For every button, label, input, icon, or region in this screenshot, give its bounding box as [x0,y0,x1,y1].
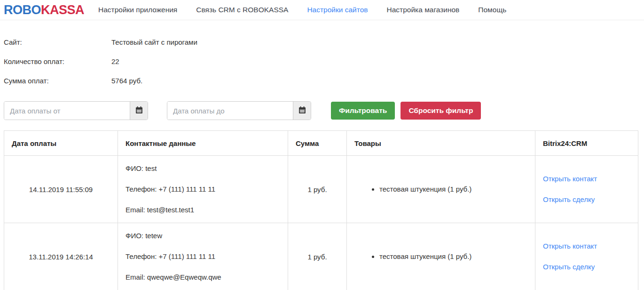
contact-fio: ФИО: test [126,164,280,173]
payments-table: Дата оплаты Контактные данные Сумма Това… [4,130,638,290]
contact-data: ФИО: test Телефон: +7 (111) 111 11 11 Em… [118,156,288,223]
payment-date: 13.11.2019 14:26:14 [4,223,118,290]
summary-row-payments-count: Количество оплат: 22 [4,52,640,71]
header-sum: Сумма [288,131,347,156]
logo-text-kassa: KASSA [41,3,84,17]
payment-date: 14.11.2019 11:55:09 [4,156,118,223]
nav-item-site-settings[interactable]: Настройки сайтов [307,6,368,14]
open-deal-link[interactable]: Открыть сделку [543,195,595,203]
crm-links-cell: Открыть контакт Открыть сделку [535,156,638,223]
summary-row-site: Сайт: Тестовый сайт с пирогами [4,32,640,52]
reset-filter-button[interactable]: Сбросить фильтр [401,102,481,120]
products-cell: тестовая штукенция (1 руб.) [347,156,535,223]
site-label: Сайт: [4,38,111,46]
nav-item-crm-robokassa-link[interactable]: Связь CRM с ROBOKASSA [196,6,288,14]
contact-fio: ФИО: tetew [126,231,280,241]
site-value: Тестовый сайт с пирогами [111,38,197,46]
open-deal-link[interactable]: Открыть сделку [543,263,595,271]
header-bitrix-crm: Bitrix24:CRM [535,131,638,156]
product-item: тестовая штукенция (1 руб.) [379,185,527,194]
main-content: Сайт: Тестовый сайт с пирогами Количеств… [0,20,644,290]
nav-item-app-settings[interactable]: Настройки приложения [98,6,177,14]
table-header-row: Дата оплаты Контактные данные Сумма Това… [4,131,638,156]
date-from-calendar-button[interactable] [130,102,148,120]
top-nav: ROBOKASSA Настройки приложения Связь CRM… [0,0,644,20]
payments-count-value: 22 [111,57,119,65]
header-products: Товары [347,131,535,156]
header-payment-date: Дата оплаты [4,131,118,156]
header-contact-data: Контактные данные [118,131,288,156]
payments-count-label: Количество оплат: [4,57,111,65]
product-item: тестовая штукенция (1 руб.) [379,252,527,261]
payment-sum: 1 руб. [288,156,347,223]
logo-text-robo: ROBO [4,3,41,17]
date-from-input[interactable] [4,102,130,120]
contact-email: Email: test@test.test1 [126,205,280,215]
contact-email: Email: qweqwe@Eqweqw.qwe [126,273,280,282]
nav-item-help[interactable]: Помощь [478,6,506,14]
calendar-icon [298,106,306,115]
date-from-group [4,101,148,120]
table-row: 14.11.2019 11:55:09 ФИО: test Телефон: +… [4,156,638,223]
payments-sum-value: 5764 руб. [111,77,142,85]
nav-item-shop-settings[interactable]: Настройка магазинов [387,6,460,14]
robokassa-logo[interactable]: ROBOKASSA [4,4,84,16]
site-summary: Сайт: Тестовый сайт с пирогами Количеств… [0,20,644,90]
filter-bar: Фильтровать Сбросить фильтр [4,101,640,120]
filter-button[interactable]: Фильтровать [331,102,395,120]
payment-sum: 1 руб. [288,223,347,290]
contact-phone: Телефон: +7 (111) 111 11 11 [126,252,280,261]
date-to-calendar-button[interactable] [293,102,311,120]
table-row: 13.11.2019 14:26:14 ФИО: tetew Телефон: … [4,223,638,290]
open-contact-link[interactable]: Открыть контакт [543,175,597,183]
contact-phone: Телефон: +7 (111) 111 11 11 [126,185,280,194]
date-to-input[interactable] [167,102,293,120]
contact-data: ФИО: tetew Телефон: +7 (111) 111 11 11 E… [118,223,288,290]
summary-row-payments-sum: Сумма оплат: 5764 руб. [4,71,640,90]
products-cell: тестовая штукенция (1 руб.) [347,223,535,290]
payments-sum-label: Сумма оплат: [4,77,111,85]
open-contact-link[interactable]: Открыть контакт [543,242,597,250]
date-to-group [167,101,311,120]
crm-links-cell: Открыть контакт Открыть сделку [535,223,638,290]
calendar-icon [135,106,143,115]
